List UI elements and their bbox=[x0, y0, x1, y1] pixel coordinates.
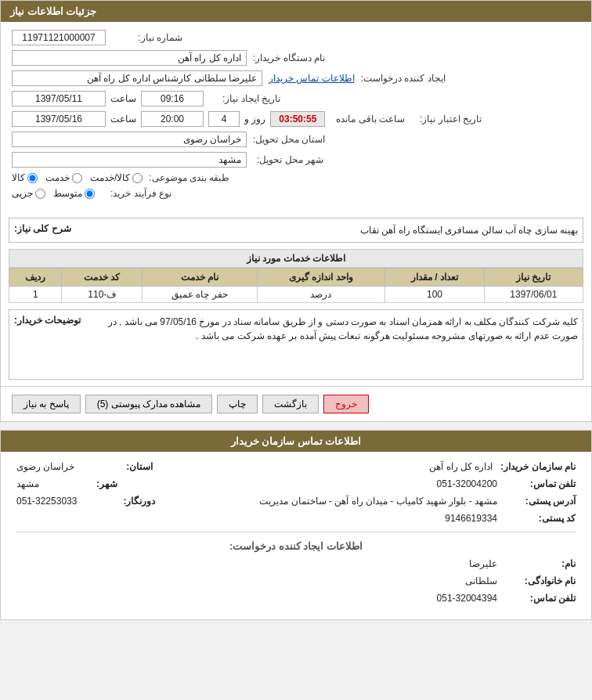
fax-value: 051-32253033 bbox=[16, 496, 77, 507]
postal-row: کد پستی: 9146619334 bbox=[16, 513, 576, 524]
cell-row: 1 bbox=[9, 287, 62, 303]
expire-time-label: ساعت bbox=[110, 114, 136, 124]
phone-contact-label: تلفن تماس: bbox=[505, 478, 576, 489]
org-name-value: اداره کل راه آهن bbox=[429, 461, 493, 472]
need-number-value: 11971121000007 bbox=[12, 30, 106, 45]
process-option-minor[interactable]: جزیی bbox=[12, 188, 45, 199]
cell-quantity: 100 bbox=[385, 287, 484, 303]
services-table-section: اطلاعات خدمات مورد نیاز تاریخ نیاز تعداد… bbox=[9, 249, 583, 303]
org-name-label: نام سازمان خریدار: bbox=[500, 461, 576, 472]
fax-row: دورنگار: 051-32253033 bbox=[16, 496, 155, 507]
address-row: آدرس پستی: مشهد - بلوار شهید کامیاب - می… bbox=[186, 496, 576, 507]
phone-contact-value: 051-32004200 bbox=[437, 478, 497, 489]
category-label: طبقه بندی موضوعی: bbox=[149, 172, 229, 183]
notes-section: کلیه شرکت کنندگان مکلف به ارائه همزمان ا… bbox=[9, 309, 583, 380]
description-label: شرح کلی نیاز: bbox=[14, 223, 71, 234]
col-name: نام خدمت bbox=[143, 269, 257, 287]
reply-button[interactable]: پاسخ به نیاز bbox=[12, 395, 81, 413]
remaining-label: ساعت باقی مانده bbox=[336, 114, 405, 124]
create-date-row: تاریخ ایجاد نیاز: 09:16 ساعت 1397/05/11 bbox=[12, 91, 580, 106]
buyer-org-label: نام دستگاه خریدار: bbox=[253, 52, 325, 63]
creator-label: ایجاد کننده درخواست: bbox=[361, 73, 446, 84]
remaining-time-value: 03:50:55 bbox=[270, 111, 325, 127]
person-phone-value: 051-32004394 bbox=[437, 593, 497, 604]
person-phone-row: تلفن تماس: 051-32004394 bbox=[16, 593, 576, 604]
contact-header: اطلاعات تماس سازمان خریدار bbox=[1, 431, 591, 452]
process-row: نوع فرآیند خرید: متوسط جزیی bbox=[12, 188, 580, 199]
process-label: نوع فرآیند خرید: bbox=[101, 188, 171, 199]
need-number-label: شماره نیاز: bbox=[112, 32, 182, 43]
city-contact-label: شهر: bbox=[47, 478, 117, 489]
province-row: استان محل تحویل: خراسان رضوی bbox=[12, 132, 580, 147]
button-bar: خروج بازگشت چاپ مشاهده مدارک پیوستی (5) … bbox=[1, 386, 591, 421]
expire-date-label: تاریخ اعتبار نیاز: bbox=[411, 114, 482, 124]
page-header: جزئیات اطلاعات نیاز bbox=[1, 1, 591, 22]
cell-name: حفر چاه عمیق bbox=[143, 287, 257, 303]
address-value: مشهد - بلوار شهید کامیاب - میدان راه آهن… bbox=[259, 496, 497, 507]
notes-text: کلیه شرکت کنندگان مکلف به ارائه همزمان ا… bbox=[88, 315, 578, 343]
city-label: شهر محل تحویل: bbox=[253, 154, 323, 165]
creator-link[interactable]: اطلاعات تماس خریدار bbox=[269, 73, 355, 84]
city-contact-row: شهر: مشهد bbox=[16, 478, 117, 489]
col-code: کد خدمت bbox=[62, 269, 143, 287]
create-time-label: ساعت bbox=[110, 93, 136, 104]
creator-row: ایجاد کننده درخواست: اطلاعات تماس خریدار… bbox=[12, 70, 580, 86]
buyer-org-value: اداره کل راه آهن bbox=[12, 50, 247, 66]
contact-divider bbox=[16, 532, 576, 532]
cell-code: ف-110 bbox=[62, 287, 143, 303]
contact-card: اطلاعات تماس سازمان خریدار نام سازمان خر… bbox=[0, 430, 592, 620]
create-time-value: 09:16 bbox=[141, 91, 204, 106]
person-family-value: سلطانی bbox=[465, 576, 497, 586]
city-value: مشهد bbox=[12, 152, 247, 168]
phone-contact-row: تلفن تماس: 051-32004200 bbox=[149, 478, 576, 489]
category-option-service[interactable]: خدمت bbox=[45, 172, 82, 183]
description-section: بهینه سازی چاه آب سالن مسافری ایستگاه را… bbox=[9, 218, 583, 243]
province-label: استان محل تحویل: bbox=[253, 134, 325, 145]
creator-value: علیرضا سلطانی کارشناس اداره کل راه آهن bbox=[12, 70, 262, 86]
city-row: شهر محل تحویل: مشهد bbox=[12, 152, 580, 168]
view-docs-button[interactable]: مشاهده مدارک پیوستی (5) bbox=[85, 395, 213, 413]
province-contact-value: خراسان رضوی bbox=[16, 461, 74, 472]
create-date-value: 1397/05/11 bbox=[12, 91, 106, 106]
org-name-row: نام سازمان خریدار: اداره کل راه آهن bbox=[184, 461, 576, 472]
expire-date-value: 1397/05/16 bbox=[12, 111, 106, 127]
print-button[interactable]: چاپ bbox=[217, 395, 258, 413]
description-text: بهینه سازی چاه آب سالن مسافری ایستگاه را… bbox=[79, 223, 578, 237]
table-title: اطلاعات خدمات مورد نیاز bbox=[9, 249, 583, 268]
col-date: تاریخ نیاز bbox=[484, 269, 583, 287]
need-number-row: شماره نیاز: 11971121000007 bbox=[12, 30, 580, 45]
address-label: آدرس پستی: bbox=[505, 496, 576, 507]
col-quantity: تعداد / مقدار bbox=[385, 269, 484, 287]
category-option-goods[interactable]: کالا bbox=[12, 172, 38, 183]
services-table: تاریخ نیاز تعداد / مقدار واحد اندازه گیر… bbox=[9, 268, 583, 303]
exit-button[interactable]: خروج bbox=[323, 395, 369, 413]
col-unit: واحد اندازه گیری bbox=[257, 269, 385, 287]
expire-date-row: تاریخ اعتبار نیاز: ساعت باقی مانده 03:50… bbox=[12, 111, 580, 127]
process-option-medium[interactable]: متوسط bbox=[53, 188, 95, 199]
back-button[interactable]: بازگشت bbox=[262, 395, 319, 413]
col-row: ردیف bbox=[9, 269, 62, 287]
cell-unit: درصد bbox=[257, 287, 385, 303]
province-contact-label: استان: bbox=[82, 461, 153, 472]
city-contact-value: مشهد bbox=[16, 478, 39, 489]
person-family-row: نام خانوادگی: سلطانی bbox=[16, 576, 576, 586]
category-option-goods-service[interactable]: کالا/خدمت bbox=[90, 172, 143, 183]
fax-label: دورنگار: bbox=[85, 496, 155, 507]
remaining-days-value: 4 bbox=[208, 111, 240, 127]
person-family-label: نام خانوادگی: bbox=[505, 576, 576, 586]
category-row: طبقه بندی موضوعی: کالا/خدمت خدمت کالا bbox=[12, 172, 580, 183]
person-name-value: علیرضا bbox=[469, 558, 497, 569]
province-value: خراسان رضوی bbox=[12, 132, 247, 147]
expire-time-value: 20:00 bbox=[141, 111, 204, 127]
postal-value: 9146619334 bbox=[445, 513, 497, 524]
person-phone-label: تلفن تماس: bbox=[505, 593, 576, 604]
category-options: کالا/خدمت خدمت کالا bbox=[12, 172, 143, 183]
table-row: 1397/06/01 100 درصد حفر چاه عمیق ف-110 1 bbox=[9, 287, 583, 303]
notes-label: توضیحات خریدار: bbox=[14, 315, 81, 326]
create-date-label: تاریخ ایجاد نیاز: bbox=[210, 93, 280, 104]
cell-date: 1397/06/01 bbox=[484, 287, 583, 303]
province-contact-row: استان: خراسان رضوی bbox=[16, 461, 153, 472]
buyer-org-row: نام دستگاه خریدار: اداره کل راه آهن bbox=[12, 50, 580, 66]
postal-label: کد پستی: bbox=[505, 513, 576, 524]
person-header: اطلاعات ایجاد کننده درخواست: bbox=[16, 540, 576, 552]
